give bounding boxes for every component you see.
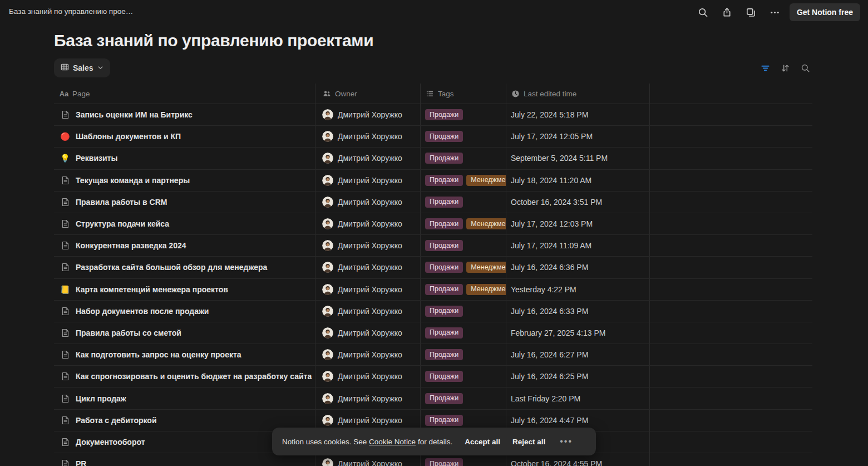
owner-cell[interactable]: Дмитрий Хоружко [315,257,421,278]
last-edited-cell: October 16, 2024 3:51 PM [506,192,650,213]
page-cell[interactable]: 📒 Карта компетенций менежера проектов [54,279,315,300]
last-edited-value: Yesterday 4:22 PM [511,285,576,294]
page-title-text: Структура подачи кейса [76,219,169,228]
last-edited-value: July 22, 2024 5:18 PM [511,110,588,119]
owner-cell[interactable]: Дмитрий Хоружко [315,366,421,387]
page-title-text: Набор документов после продажи [76,307,209,316]
tags-cell[interactable]: Продажи [421,126,506,147]
owner-cell[interactable]: Дмитрий Хоружко [315,322,421,344]
filter-icon[interactable] [758,61,772,75]
tag-badge: Менеджмент [466,175,506,186]
owner-cell[interactable]: Дмитрий Хоружко [315,170,421,191]
tag-badge: Продажи [425,131,463,142]
column-header-last-edited[interactable]: Last edited time [506,84,650,104]
cookie-more-icon[interactable]: ••• [560,439,573,444]
table-view-icon [61,63,69,73]
owner-name: Дмитрий Хоружко [338,110,402,119]
owner-cell[interactable]: Дмитрий Хоружко [315,192,421,213]
table-row[interactable]: Структура подачи кейса Дмитрий Хоружко П… [54,213,812,235]
page-cell[interactable]: Набор документов после продажи [54,301,315,322]
table-row[interactable]: Цикл продаж Дмитрий Хоружко Продажи Last… [54,387,812,409]
accept-all-button[interactable]: Accept all [465,438,500,446]
column-header-page[interactable]: Aa Page [54,84,315,104]
chevron-down-icon [97,63,103,73]
column-label: Owner [335,90,357,98]
sort-icon[interactable] [778,61,792,75]
tags-cell[interactable]: ПродажиМенеджмент [421,257,506,278]
tags-cell[interactable]: ПродажиМенеджмент [421,213,506,234]
owner-name: Дмитрий Хоружко [338,416,402,425]
table-row[interactable]: Текущая команда и партнеры Дмитрий Хоруж… [54,170,812,192]
tags-cell[interactable]: Продажи [421,387,506,409]
tags-cell[interactable]: Продажи [421,322,506,344]
owner-cell[interactable]: Дмитрий Хоружко [315,148,421,169]
table-row[interactable]: Как спрогнозировать и оценить бюджет на … [54,366,812,387]
tag-badge: Продажи [425,109,463,120]
table-row[interactable]: 📒 Карта компетенций менежера проектов Дм… [54,279,812,301]
page-cell[interactable]: Разработка сайта большой обзор для менед… [54,257,315,278]
table-row[interactable]: Правила работы со сметой Дмитрий Хоружко… [54,322,812,344]
owner-cell[interactable]: Дмитрий Хоружко [315,104,421,125]
page-icon [60,110,71,119]
cookie-notice-link[interactable]: Cookie Notice [369,438,416,446]
owner-cell[interactable]: Дмитрий Хоружко [315,126,421,147]
page-cell[interactable]: Правила работы в CRM [54,192,315,213]
page-cell[interactable]: Цикл продаж [54,387,315,409]
tags-cell[interactable]: Продажи [421,366,506,387]
column-header-tags[interactable]: Tags [421,84,506,104]
owner-cell[interactable]: Дмитрий Хоружко [315,213,421,234]
page-cell[interactable]: Текущая команда и партнеры [54,170,315,191]
tags-cell[interactable]: ПродажиМенеджмент [421,170,506,191]
owner-cell[interactable]: Дмитрий Хоружко [315,235,421,256]
breadcrumb[interactable]: База знаний по управлению прое… [9,7,133,16]
avatar [322,349,333,360]
table-row[interactable]: Запись оценки ИМ на Битрикс Дмитрий Хору… [54,104,812,126]
table-row[interactable]: Как подготовить запрос на оценку проекта… [54,344,812,366]
tags-cell[interactable]: Продажи [421,301,506,322]
share-icon[interactable] [718,3,737,22]
last-edited-value: July 16, 2024 6:25 PM [511,372,588,381]
page-cell[interactable]: 💡 Реквизиты [54,148,315,169]
view-selector[interactable]: Sales [54,58,110,77]
last-edited-value: July 16, 2024 6:27 PM [511,350,588,359]
tags-cell[interactable]: Продажи [421,344,506,365]
page-cell[interactable]: 🔴 Шаблоны документов и КП [54,126,315,147]
owner-cell[interactable]: Дмитрий Хоружко [315,344,421,365]
cookie-message: Notion uses cookies. See Cookie Notice f… [282,438,452,446]
page-cell[interactable]: Правила работы со сметой [54,322,315,344]
owner-cell[interactable]: Дмитрий Хоружко [315,279,421,300]
table-row[interactable]: 🔴 Шаблоны документов и КП Дмитрий Хоружк… [54,126,812,148]
table-row[interactable]: 💡 Реквизиты Дмитрий Хоружко Продажи Sept… [54,148,812,169]
tags-cell[interactable]: Продажи [421,192,506,213]
duplicate-icon[interactable] [742,3,761,22]
last-edited-value: October 16, 2024 3:51 PM [511,198,602,207]
tags-cell[interactable]: Продажи [421,235,506,256]
column-header-empty [650,84,812,104]
table-row[interactable]: Правила работы в CRM Дмитрий Хоружко Про… [54,192,812,213]
owner-cell[interactable]: Дмитрий Хоружко [315,387,421,409]
tags-cell[interactable]: Продажи [421,148,506,169]
search-icon[interactable] [798,61,812,75]
page-icon [60,176,71,185]
page-cell[interactable]: Как подготовить запрос на оценку проекта [54,344,315,365]
reject-all-button[interactable]: Reject all [512,438,545,446]
page-cell[interactable]: Конкурентная разведка 2024 [54,235,315,256]
search-icon[interactable] [694,3,713,22]
page-title-text: Конкурентная разведка 2024 [76,241,186,250]
page-title-text: Реквизиты [76,154,117,163]
get-notion-free-button[interactable]: Get Notion free [790,3,860,21]
page-cell[interactable]: Как спрогнозировать и оценить бюджет на … [54,366,315,387]
page-cell[interactable]: Запись оценки ИМ на Битрикс [54,104,315,125]
empty-cell [650,344,812,365]
owner-cell[interactable]: Дмитрий Хоружко [315,301,421,322]
page-cell[interactable]: Структура подачи кейса [54,213,315,234]
column-header-owner[interactable]: Owner [315,84,421,104]
avatar [322,218,333,229]
table-row[interactable]: Конкурентная разведка 2024 Дмитрий Хоруж… [54,235,812,257]
topbar: База знаний по управлению прое… Get Noti… [0,0,868,24]
tags-cell[interactable]: ПродажиМенеджмент [421,279,506,300]
tags-cell[interactable]: Продажи [421,104,506,125]
more-icon[interactable] [766,3,785,22]
table-row[interactable]: Разработка сайта большой обзор для менед… [54,257,812,278]
table-row[interactable]: Набор документов после продажи Дмитрий Х… [54,301,812,322]
